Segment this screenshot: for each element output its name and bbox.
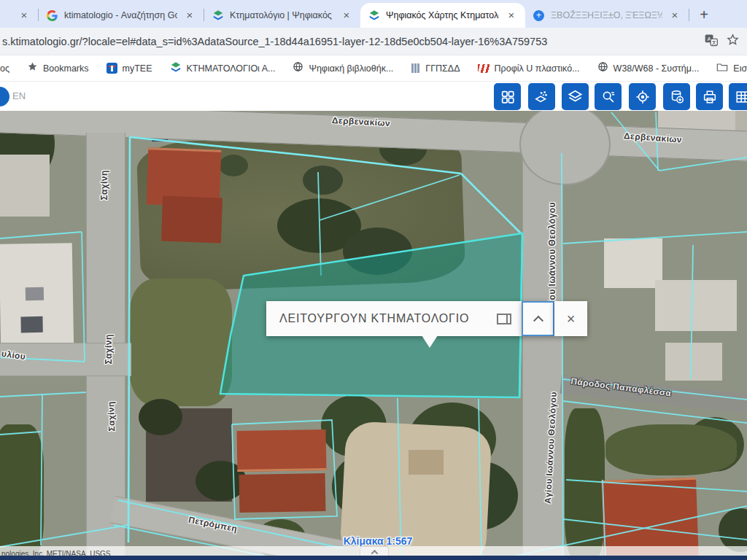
street-label-agiou-1: Αγίου Ιωάννου Θεολόγου (547, 202, 557, 314)
tab-digital-map-active[interactable]: Ψηφιακός Χάρτης Κτηματολο × (360, 3, 525, 28)
search-icon (600, 89, 616, 105)
tab-close-icon[interactable]: × (505, 9, 518, 22)
bookmark-digital-library[interactable]: Ψηφιακή βιβλιοθήκ... (293, 61, 393, 75)
tab-close-icon[interactable]: × (668, 9, 681, 22)
legend-button[interactable] (528, 83, 555, 110)
tab-ktimatologio[interactable]: Κτηματολόγιο | Ψηφιακός Χάρ × (204, 3, 360, 28)
bookmark-star-icon[interactable] (726, 33, 740, 50)
print-button[interactable] (696, 83, 723, 110)
popup-dock-button[interactable] (497, 314, 511, 324)
footer-bar (0, 556, 747, 560)
street-label-sachini-2: Σαχίνη (104, 334, 114, 364)
url-field[interactable]: s.ktimatologio.gr/?locale=el#data_s=id%3… (0, 36, 697, 47)
apps-grid-icon (500, 89, 516, 105)
tab-title: Ψηφιακός Χάρτης Κτηματολο (386, 10, 499, 20)
bookmark-ktimatologio[interactable]: ΚΤΗΜΑΤΟΛΟΓΙΟι Α... (170, 61, 276, 76)
popup-pointer (422, 335, 438, 348)
print-icon (702, 89, 718, 105)
locate-button[interactable] (629, 83, 656, 110)
red-stripes-icon (478, 64, 489, 73)
bookmark-w38[interactable]: W38/W68 - Συστήμ... (597, 61, 700, 75)
map-canvas[interactable]: Δερβενακίων Δερβενακίων Σαχίνη Σαχίνη Σα… (0, 111, 747, 560)
bookmark-ggpsdd[interactable]: ΓΓΠΣΔΔ (411, 63, 460, 74)
tab-title: ΞΒΟŽΞΞΗΞΙΞ±Ο, ΞΈΞΩΞ½Ο,Ξ (551, 10, 662, 20)
tab-cropped[interactable]: × (0, 3, 38, 28)
layers-icon (567, 88, 584, 105)
tab-close-icon[interactable]: × (183, 9, 196, 22)
star-icon (27, 61, 38, 75)
google-g-icon (46, 9, 58, 22)
map-popup: ΛΕΙΤΟΥΡΓΟΥΝ ΚΤΗΜΑΤΟΛΟΓΙΟ (266, 301, 522, 336)
bookmarks-bar: ος Bookmarks myTEE ΚΤΗΜΑΤΟΛΟΓΙΟι Α... Ψη… (0, 55, 747, 82)
language-toggle[interactable]: EN (12, 90, 26, 101)
layers-logo-icon (170, 61, 182, 76)
street-label-sachini-3: Σαχίνη (106, 401, 117, 432)
attribute-table-button[interactable] (729, 83, 747, 110)
add-data-button[interactable] (663, 83, 690, 110)
bookmark-label: Ψηφιακή βιβλιοθήκ... (309, 63, 393, 74)
building-icon (411, 63, 420, 73)
tab-title: Κτηματολόγιο | Ψηφιακός Χάρ (230, 10, 334, 20)
tab-close-icon[interactable]: × (18, 9, 31, 22)
apps-grid-button[interactable] (494, 83, 521, 110)
tab-discarded[interactable]: + ΞΒΟŽΞΞΗΞΙΞ±Ο, ΞΈΞΩΞ½Ο,Ξ × (525, 3, 689, 28)
bookmark-cropped[interactable]: ος (0, 63, 9, 74)
layers-logo-icon (212, 9, 224, 22)
close-icon: × (567, 311, 576, 327)
bookmark-label: myTEE (123, 63, 152, 74)
street-label-sachini-1: Σαχίνη (99, 170, 109, 200)
browser-tab-strip: × ktimatologio - Αναζήτηση Goo × Κτηματο… (0, 0, 747, 28)
bookmark-label: Εισαγωγή από το IE (733, 63, 747, 74)
table-icon (735, 89, 747, 105)
bookmark-label: ος (0, 63, 9, 74)
new-tab-button[interactable]: + (689, 7, 719, 23)
popup-title: ΛΕΙΤΟΥΡΓΟΥΝ ΚΤΗΜΑΤΟΛΟΓΙΟ (279, 312, 497, 325)
blue-circle-plus-icon: + (533, 9, 545, 22)
popup-close-button[interactable]: × (554, 301, 587, 336)
bookmark-profil[interactable]: Προφίλ U πλαστικό... (478, 63, 580, 74)
user-avatar[interactable] (0, 87, 9, 106)
dock-icon (506, 315, 510, 323)
locate-icon (635, 89, 651, 105)
mytee-icon (107, 63, 117, 74)
tab-google-search[interactable]: ktimatologio - Αναζήτηση Goo × (39, 3, 204, 28)
tab-close-icon[interactable]: × (340, 9, 353, 22)
legend-layers-icon (534, 89, 550, 105)
layers-logo-icon (368, 9, 380, 22)
bookmark-label: W38/W68 - Συστήμ... (614, 63, 700, 74)
bookmark-bookmarks[interactable]: Bookmarks (27, 61, 89, 75)
address-bar: s.ktimatologio.gr/?locale=el#data_s=id%3… (0, 28, 747, 55)
search-button[interactable] (595, 83, 622, 110)
bookmark-mytee[interactable]: myTEE (107, 63, 152, 74)
bookmark-label: Bookmarks (43, 63, 89, 74)
folder-icon (716, 62, 728, 75)
chevron-up-icon (533, 316, 543, 326)
add-data-icon (669, 89, 685, 105)
popup-collapse-button[interactable] (522, 301, 554, 336)
translate-icon[interactable]: A (704, 33, 719, 50)
bookmark-label: Προφίλ U πλαστικό... (495, 63, 580, 74)
bookmark-label: ΓΓΠΣΔΔ (425, 63, 460, 74)
bookmark-label: ΚΤΗΜΑΤΟΛΟΓΙΟι Α... (187, 63, 276, 74)
layers-button[interactable] (562, 83, 589, 110)
globe-icon (293, 61, 303, 75)
bookmark-ie-import[interactable]: Εισαγωγή από το IE (716, 62, 747, 75)
globe-icon (597, 61, 608, 75)
map-scale-label: Κλίμακα 1:567 (327, 535, 429, 547)
tab-title: ktimatologio - Αναζήτηση Goo (64, 10, 177, 20)
map-app-toolbar: EN (0, 82, 747, 111)
